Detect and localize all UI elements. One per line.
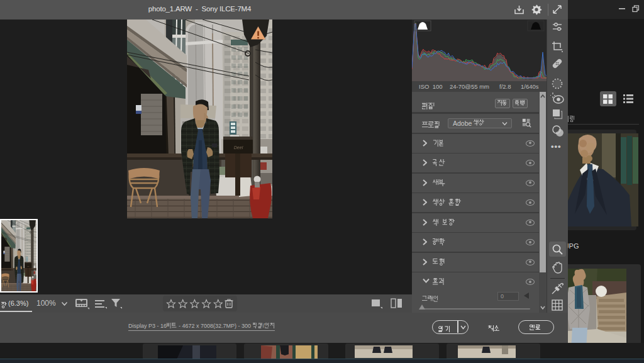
- svg-text:Deel: Deel: [234, 145, 243, 150]
